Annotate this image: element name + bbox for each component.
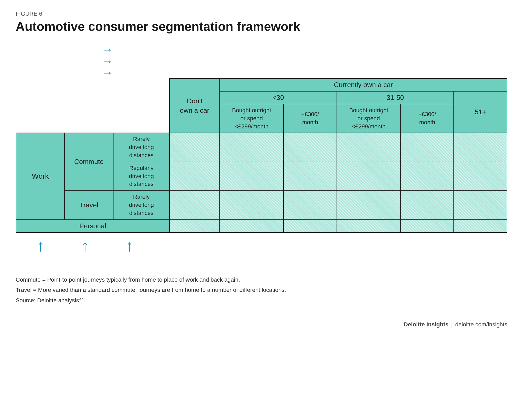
rarely-drive-2-cell: Rarelydrive longdistances <box>113 191 169 219</box>
data-cell <box>220 191 283 219</box>
data-cell <box>454 220 507 232</box>
data-cell <box>283 191 337 219</box>
arrow-trio-row-3: → <box>102 67 507 78</box>
arrow-right-2: → <box>102 55 113 67</box>
bought-outright-2-header: Bought outrightor spend<£299/month <box>337 104 401 133</box>
rarely-drive-1-cell: Rarelydrive longdistances <box>113 133 169 162</box>
arrow-trio-row-2: → <box>102 56 507 67</box>
data-cell <box>401 133 454 162</box>
data-cell <box>337 133 401 162</box>
arrows-below: ↑ ↑ ↑ <box>24 238 507 254</box>
figure-title: Automotive consumer segmentation framewo… <box>16 19 507 34</box>
data-cell <box>169 220 220 232</box>
data-cell <box>169 191 220 219</box>
data-cell <box>220 220 283 232</box>
travel-def: Travel = More varied than a standard com… <box>16 285 507 295</box>
data-cell <box>454 191 507 219</box>
data-cell <box>454 162 507 191</box>
bought-outright-1-header: Bought outrightor spend<£299/month <box>220 104 283 133</box>
plus300-1-header: +£300/month <box>283 104 337 133</box>
arrow-up-2: ↑ <box>68 238 102 254</box>
full-table-block: → → → <box>16 44 507 254</box>
arrows-trio: → → → <box>102 44 507 78</box>
arrow-right-3: → <box>102 66 113 79</box>
data-cell <box>283 133 337 162</box>
data-cell <box>220 133 283 162</box>
header-row-3: Bought outrightor spend<£299/month +£300… <box>16 104 507 133</box>
data-cell <box>220 162 283 191</box>
source-line: Source: Deloitte analysis37 <box>16 295 507 306</box>
footer-bar: Deloitte Insights | deloitte.com/insight… <box>16 321 507 328</box>
segmentation-table: Don'town a car Currently own a car <30 3… <box>16 78 507 233</box>
data-cell <box>401 162 454 191</box>
age-51-header: 51+ <box>454 91 507 133</box>
data-cell <box>454 133 507 162</box>
data-cell <box>169 162 220 191</box>
data-cell <box>169 133 220 162</box>
currently-own-header: Currently own a car <box>220 78 507 91</box>
data-cell <box>337 220 401 232</box>
arrow-right-1: → <box>102 43 113 56</box>
figure-label: FIGURE 6 <box>16 10 507 17</box>
personal-cell: Personal <box>16 220 169 232</box>
travel-cell: Travel <box>65 191 113 219</box>
data-cell <box>337 162 401 191</box>
data-cell <box>337 191 401 219</box>
header-row-2: <30 31-50 51+ <box>16 91 507 104</box>
data-cell <box>401 220 454 232</box>
table-row-personal: Personal <box>16 220 507 232</box>
dont-own-header: Don'town a car <box>169 78 220 133</box>
table-row-commute-rarely1: Work Commute Rarelydrive longdistances <box>16 133 507 162</box>
chart-area: → → → <box>16 44 507 254</box>
header-row-1: Don'town a car Currently own a car <box>16 78 507 91</box>
arrow-trio-row-1: → <box>102 44 507 55</box>
regularly-drive-cell: Regularlydrive longdistances <box>113 162 169 191</box>
table-row-travel-rarely2: Travel Rarelydrive longdistances <box>16 191 507 219</box>
plus300-2-header: +£300/month <box>401 104 454 133</box>
commute-cell: Commute <box>65 133 113 191</box>
footnotes: Commute = Point-to-point journeys typica… <box>16 275 507 306</box>
work-cell: Work <box>16 133 65 219</box>
footer-brand: Deloitte Insights <box>404 321 448 328</box>
arrow-up-1: ↑ <box>24 238 58 254</box>
commute-def: Commute = Point-to-point journeys typica… <box>16 275 507 285</box>
footer-url: deloitte.com/insights <box>455 321 507 328</box>
data-cell <box>401 191 454 219</box>
age-3150-header: 31-50 <box>337 91 454 104</box>
footer-separator: | <box>451 321 453 328</box>
data-cell <box>283 220 337 232</box>
age-lt30-header: <30 <box>220 91 337 104</box>
data-cell <box>283 162 337 191</box>
arrow-up-3: ↑ <box>112 238 146 254</box>
